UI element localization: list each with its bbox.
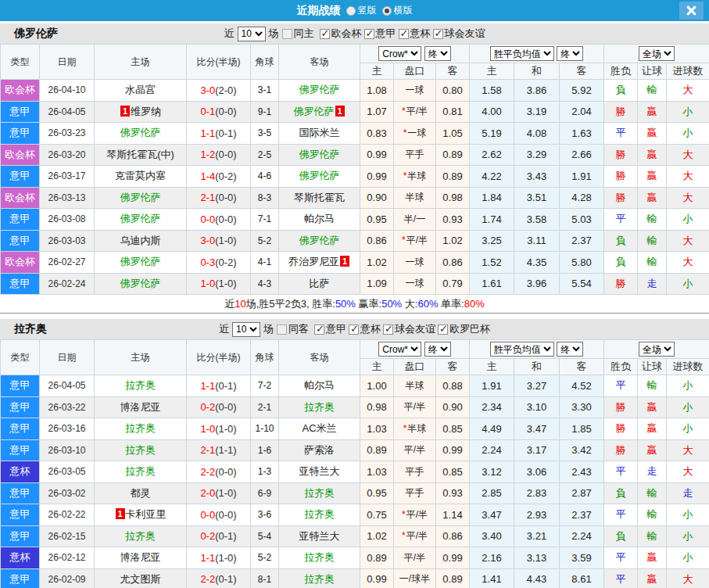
odds-away: 1.02 xyxy=(436,230,470,252)
competition-filter-label[interactable]: 意甲 xyxy=(326,322,346,336)
avg-draw: 3.17 xyxy=(514,439,560,461)
odds-time-select[interactable]: 终 xyxy=(424,342,451,357)
match-type-badge: 意甲 xyxy=(1,123,40,145)
odds-company-select[interactable]: Crow* xyxy=(378,342,421,357)
same-away-filter[interactable]: 同客 xyxy=(277,322,309,336)
avg-draw: 3.27 xyxy=(514,375,560,397)
handicap-text: 一/球半 xyxy=(399,573,430,584)
competition-filter-label[interactable]: 球会友谊 xyxy=(445,27,485,41)
odds-away: 0.93 xyxy=(436,482,470,504)
competition-filter-欧罗巴杯[interactable]: 欧罗巴杯 xyxy=(438,322,490,336)
avg-time-select[interactable]: 终 xyxy=(557,342,583,357)
layout-option-vertical[interactable]: 竖版 xyxy=(346,4,377,17)
col-header-odds-away: 客 xyxy=(436,359,470,375)
halftime-score: (0-0) xyxy=(215,213,236,225)
result-wdl: 負 xyxy=(604,230,638,252)
team-name: 乔治罗尼亚 xyxy=(288,256,339,267)
same-home-label[interactable]: 同主 xyxy=(294,27,314,41)
competition-filter-意甲[interactable]: 意甲 xyxy=(364,27,396,41)
match-date: 26-03-13 xyxy=(40,187,95,209)
odds-company-select[interactable]: Crow* xyxy=(378,46,421,61)
competition-filter-label[interactable]: 意杯 xyxy=(360,322,381,336)
radio-label[interactable]: 竖版 xyxy=(358,4,377,17)
close-button[interactable] xyxy=(679,2,704,20)
avg-draw: 4.43 xyxy=(514,568,560,588)
scope-select[interactable]: 全场 xyxy=(639,46,675,61)
avg-win: 2.62 xyxy=(470,144,514,166)
summary-segment: 10 xyxy=(235,298,245,310)
match-score: 0-3(0-2) xyxy=(187,252,251,274)
home-team: 博洛尼亚 xyxy=(95,396,187,418)
away-team: 佛罗伦萨 xyxy=(279,80,360,102)
col-header-result-wdl: 胜负 xyxy=(604,63,638,80)
checkbox-icon[interactable] xyxy=(320,29,330,39)
result-goals: 小 xyxy=(667,525,709,547)
col-header-avg-draw: 和 xyxy=(514,359,560,375)
halftime-score: (1-0) xyxy=(215,423,236,435)
corner-count: 4-1 xyxy=(251,252,279,274)
scope-select[interactable]: 全场 xyxy=(639,342,675,357)
match-score: 1-1(0-1) xyxy=(187,123,251,145)
competition-filter-球会友谊[interactable]: 球会友谊 xyxy=(383,322,435,336)
handicap-text: 平手 xyxy=(406,466,424,477)
checkbox-icon[interactable] xyxy=(399,29,409,39)
odds-away: 0.99 xyxy=(436,439,470,461)
checkbox-icon[interactable] xyxy=(314,324,324,335)
fulltime-score: 0-3 xyxy=(200,256,215,268)
checkbox-icon[interactable] xyxy=(364,29,374,39)
radio-unchecked-icon[interactable] xyxy=(346,6,356,16)
team-name: 拉齐奥 xyxy=(125,530,156,542)
same-away-label[interactable]: 同客 xyxy=(288,322,309,336)
handicap-text: 一球 xyxy=(407,127,426,138)
radio-label[interactable]: 横版 xyxy=(394,4,413,17)
competition-filter-label[interactable]: 意杯 xyxy=(410,27,431,41)
changed-odds-star: * xyxy=(403,170,407,181)
competition-filter-label[interactable]: 欧会杯 xyxy=(331,27,362,41)
competition-filter-意杯[interactable]: 意杯 xyxy=(399,27,431,41)
result-wdl: 平 xyxy=(604,568,638,588)
changed-odds-star: * xyxy=(403,127,407,138)
odds-time-select[interactable]: 终 xyxy=(424,46,451,61)
checkbox-icon[interactable] xyxy=(282,29,292,39)
home-team: 都灵 xyxy=(95,482,187,504)
checkbox-icon[interactable] xyxy=(438,324,448,335)
avg-type-select[interactable]: 胜平负均值 xyxy=(490,342,554,357)
competition-filter-label[interactable]: 欧罗巴杯 xyxy=(449,322,490,336)
team-name: 维罗纳 xyxy=(131,106,161,117)
recent-count-select[interactable]: 10 xyxy=(232,322,260,337)
competition-filter-意甲[interactable]: 意甲 xyxy=(314,322,346,336)
checkbox-icon[interactable] xyxy=(433,29,443,39)
competition-filter-意杯[interactable]: 意杯 xyxy=(349,322,381,336)
match-date: 26-03-05 xyxy=(40,461,95,483)
avg-lose: 2.43 xyxy=(560,461,604,483)
odds-home: 0.98 xyxy=(360,396,394,418)
result-wdl: 平 xyxy=(604,547,638,569)
radio-checked-icon[interactable] xyxy=(382,6,392,16)
same-home-filter[interactable]: 同主 xyxy=(282,27,314,41)
odds-away: 0.85 xyxy=(436,418,470,440)
match-score: 1-0(1-0) xyxy=(187,273,251,295)
avg-type-select[interactable]: 胜平负均值 xyxy=(490,46,554,61)
changed-odds-star: * xyxy=(402,509,406,520)
handicap-text: 平/半 xyxy=(406,106,428,117)
competition-filter-球会友谊[interactable]: 球会友谊 xyxy=(433,27,485,41)
checkbox-icon[interactable] xyxy=(383,324,393,335)
col-header-corner: 角球 xyxy=(251,45,279,80)
avg-win: 2.24 xyxy=(470,439,514,461)
avg-win: 1.41 xyxy=(470,568,514,588)
col-header-avg-win: 主 xyxy=(470,63,514,80)
checkbox-icon[interactable] xyxy=(277,324,287,335)
result-goals: 大 xyxy=(667,166,709,188)
competition-filter-label[interactable]: 球会友谊 xyxy=(395,322,435,336)
match-score: 0-0(0-0) xyxy=(187,209,251,231)
odds-away: 0.89 xyxy=(436,568,470,588)
recent-count-select[interactable]: 10 xyxy=(238,27,266,41)
avg-win: 2.16 xyxy=(470,547,514,569)
halftime-score: (0-0) xyxy=(215,106,236,117)
checkbox-icon[interactable] xyxy=(349,324,359,335)
avg-lose: 3.42 xyxy=(560,439,604,461)
competition-filter-label[interactable]: 意甲 xyxy=(376,27,396,41)
avg-time-select[interactable]: 终 xyxy=(557,46,583,61)
layout-option-horizontal[interactable]: 横版 xyxy=(382,4,413,17)
competition-filter-欧会杯[interactable]: 欧会杯 xyxy=(320,27,362,41)
